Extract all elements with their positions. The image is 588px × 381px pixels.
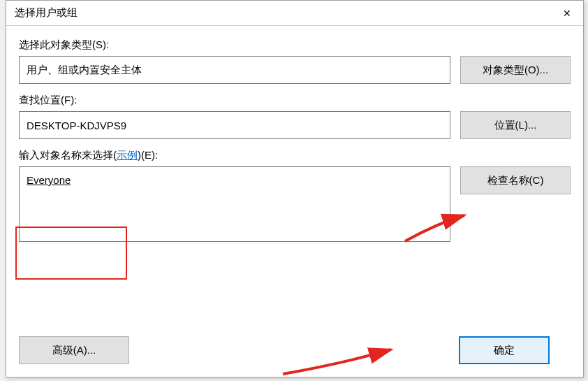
object-types-button[interactable]: 对象类型(O)...: [460, 56, 571, 84]
close-button[interactable]: ✕: [551, 1, 583, 26]
object-names-label-suffix: )(E):: [138, 149, 158, 161]
location-value: DESKTOP-KDJVPS9: [27, 120, 126, 131]
close-icon: ✕: [563, 8, 571, 19]
titlebar: 选择用户或组 ✕: [6, 1, 583, 26]
object-type-label: 选择此对象类型(S):: [19, 38, 571, 52]
examples-link[interactable]: 示例: [117, 149, 138, 161]
object-names-label: 输入对象名称来选择(示例)(E):: [19, 149, 571, 162]
object-names-value: Everyone: [27, 174, 71, 186]
advanced-button[interactable]: 高级(A)...: [19, 336, 129, 364]
select-user-or-group-dialog: 选择用户或组 ✕ 选择此对象类型(S): 用户、组或内置安全主体 对象类型(O)…: [6, 0, 584, 378]
object-names-row: Everyone 检查名称(C): [19, 166, 571, 242]
location-row: DESKTOP-KDJVPS9 位置(L)...: [19, 111, 571, 139]
dialog-title: 选择用户或组: [15, 6, 78, 20]
bottom-button-row: 高级(A)... 确定: [19, 336, 571, 364]
dialog-content: 选择此对象类型(S): 用户、组或内置安全主体 对象类型(O)... 查找位置(…: [6, 26, 583, 260]
location-field: DESKTOP-KDJVPS9: [19, 111, 450, 139]
locations-button[interactable]: 位置(L)...: [460, 111, 571, 139]
object-type-row: 用户、组或内置安全主体 对象类型(O)...: [19, 56, 571, 84]
check-names-button[interactable]: 检查名称(C): [460, 166, 571, 194]
object-type-value: 用户、组或内置安全主体: [27, 64, 142, 77]
location-label: 查找位置(F):: [19, 94, 571, 107]
ok-button[interactable]: 确定: [459, 336, 550, 364]
object-names-label-prefix: 输入对象名称来选择(: [19, 149, 117, 161]
object-type-field: 用户、组或内置安全主体: [19, 56, 450, 84]
object-names-input[interactable]: Everyone: [19, 166, 450, 242]
